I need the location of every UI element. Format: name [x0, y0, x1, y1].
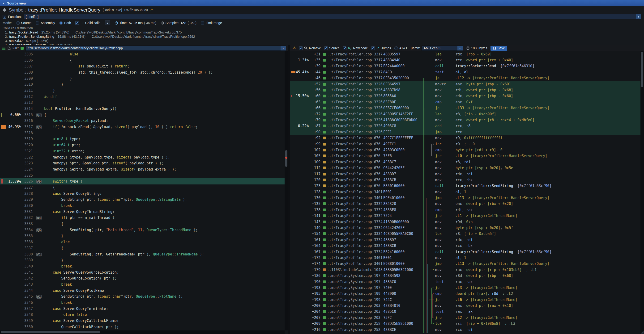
save-button[interactable]: Save — [490, 46, 507, 51]
source-line[interactable]: 3329 SendString( ptr, (const char*)ptr, … — [0, 197, 284, 203]
source-line[interactable]: 3324 memcpy( &extra, &payload.extra, siz… — [0, 166, 284, 172]
limit-range-toggle[interactable]: Limit range — [201, 21, 222, 25]
source-line[interactable]: 3320 uint64_t ptr; — [0, 142, 284, 148]
title-bar[interactable]: ▼ Source view — [0, 0, 644, 6]
asm-row[interactable]: +204..mon\TracySystem.cpp:2034885C0testr… — [290, 309, 640, 315]
source-line[interactable]: 3307 if( shouldExit ) return; — [0, 63, 284, 69]
child-calls-checkbox[interactable] — [75, 21, 79, 25]
chevron-down-icon[interactable]: ▼ — [458, 46, 463, 50]
source-line[interactable]: 3346 break; — [0, 300, 284, 306]
source-line[interactable]: 3348 return false; — [0, 312, 284, 318]
asm-row[interactable]: +149..t\TracyProfiler.cpp:3334C64424205F… — [290, 225, 640, 231]
source-line[interactable]: 46.93%3317@5 if( !m_sock->Read( &payload… — [0, 124, 284, 130]
att-radio[interactable] — [394, 46, 398, 50]
child-call-row[interactable]: 2.tracy::Profiler::SendLongString19.88 m… — [2, 34, 642, 39]
source-line[interactable]: 3335 } — [0, 233, 284, 239]
asm-row[interactable]: 0.22%+87..t\TracyProfiler.cpp:33264903C8… — [290, 123, 640, 129]
source-line[interactable]: 3336 else — [0, 239, 284, 245]
asm-row[interactable]: +128..t\TracyProfiler.cpp:3401B001moval,… — [290, 189, 640, 195]
asm-row[interactable]: +154..t\TracyProfiler.cpp:33344C8D055FBA… — [290, 231, 640, 237]
child-call-row[interactable]: 4.KeSynchronizeExecution125 µs (0.27%) — [2, 43, 642, 45]
source-line[interactable]: 3305 else — [0, 51, 284, 57]
source-line[interactable]: 3337 { — [0, 245, 284, 251]
asm-row[interactable]: +190..mon\TracySystem.cpp:1974885C0testr… — [290, 279, 640, 285]
asm-scroll-thumb[interactable] — [641, 52, 643, 87]
source-line[interactable]: 3328 case ServerQueryString: — [0, 190, 284, 197]
asm-row[interactable]: +167..t\TracyProfiler.cpp:3334E824160000… — [290, 249, 640, 255]
asm-row[interactable]: +63..t\TracyProfiler.cpp:332683F80Fcmpea… — [290, 99, 640, 105]
asm-row[interactable]: +174..t\TracyProfiler.cpp:3401E9B8010000… — [290, 261, 640, 267]
source-checkbox[interactable] — [324, 46, 328, 50]
mode-option-assembly[interactable]: Assembly — [36, 21, 55, 25]
asm-row[interactable]: +198..mon\TracySystem.cpp:199744Cje.L6 -… — [290, 297, 640, 303]
asm-row[interactable]: +56..t\TracyProfiler.cpp:3326488B7D98mov… — [290, 87, 640, 93]
asm-row[interactable]: +99..t\TracyProfiler.hpp:67649FFC1incr9 … — [290, 141, 640, 147]
asm-row[interactable]: +172..t\TracyProfiler.cpp:3401B001moval,… — [290, 255, 640, 261]
file-list-icon[interactable] — [2, 46, 6, 50]
asm-row[interactable]: +109..t\TracyProfiler.hpp:6764C8BC7movr8… — [290, 159, 640, 165]
asm-vscrollbar[interactable] — [640, 51, 644, 334]
asm-row[interactable]: +179..1103\include\atomic:1048488B05B63C… — [290, 267, 640, 273]
asm-row[interactable]: +92..t\TracyProfiler.hpp:67649C7C1FFFFFF… — [290, 135, 640, 141]
asm-row[interactable]: 45.41%+44..t\TracyProfiler.cpp:331784C0t… — [290, 69, 640, 75]
asm-row[interactable]: +90..t\TracyProfiler.cpp:3326FFE1jmprcx — [290, 129, 640, 135]
asm-row[interactable]: +186..mon\TracySystem.cpp:197448B4598mov… — [290, 273, 640, 279]
pane-divider[interactable] — [288, 45, 290, 334]
asm-row[interactable]: +117..t\TracyProfiler.hpp:676488BD7movrd… — [290, 171, 640, 177]
function-combobox[interactable]: [ - self - ] ▼ — [24, 14, 642, 19]
asm-row[interactable]: +195..mon\TracySystem.cpp:199443900cmpdw… — [290, 291, 640, 297]
source-line[interactable]: 3341 case ServerQuerySourceLocation: — [0, 269, 284, 276]
go-to-parent-button[interactable]: ▲ — [104, 20, 110, 25]
source-line[interactable]: 3327 { — [0, 184, 284, 190]
asm-row[interactable]: +102..t\TracyProfiler.hpp:67642803C0F00c… — [290, 147, 640, 153]
source-line[interactable]: 3310 } — [0, 81, 284, 88]
source-hscrollbar[interactable] — [0, 331, 284, 334]
source-line[interactable]: 3338@1 SendString( ptr, GetThreadName( p… — [0, 251, 284, 257]
source-line[interactable]: 3318 — [0, 130, 284, 136]
source-line[interactable]: 3309 } — [0, 75, 284, 82]
asm-row[interactable]: 15.50%+60..t\TracyProfiler.cpp:33268B55A… — [290, 93, 640, 99]
source-line[interactable]: 3349 case ServerQueryCallstackFrame: — [0, 318, 284, 324]
source-line[interactable]: 3334@6 SendString( ptr, "Main thread", 1… — [0, 227, 284, 233]
relative-toggle[interactable]: Relative — [299, 46, 321, 50]
asm-row[interactable]: +66..t\TracyProfiler.cpp:33260F87CE06000… — [290, 105, 640, 111]
source-line[interactable]: 3330 break; — [0, 203, 284, 209]
source-line[interactable]: 3340 break; — [0, 263, 284, 269]
asm-row[interactable]: +161..t\TracyProfiler.cpp:3334488BD7movr… — [290, 237, 640, 243]
source-line[interactable]: 3339 } — [0, 257, 284, 263]
asm-row[interactable]: +39..t\TracyProfiler.cpp:3317E824AA0000c… — [290, 63, 640, 69]
child-call-row[interactable]: 1.tracy::Socket::Read25.25 ms (54.89%)C:… — [2, 30, 642, 34]
source-line[interactable]: 15.79%3326@9 switch( type ) — [0, 178, 284, 184]
asm-row[interactable]: +120..t\TracyProfiler.hpp:676488BCBmovrc… — [290, 177, 640, 183]
asm-row[interactable]: 1.31%+35..t\TracyProfiler.cpp:3317488B49… — [290, 57, 640, 63]
child-call-row[interactable]: 3.stat64i32625 µs (1.36%) — [2, 39, 642, 43]
source-line[interactable]: 3312#endif — [0, 94, 284, 100]
raw-code-checkbox[interactable] — [343, 46, 346, 50]
source-vscrollbar[interactable] — [284, 51, 288, 331]
asm-row[interactable]: +72..t\TracyProfiler.cpp:33264C8D05F146F… — [290, 111, 640, 117]
source-line[interactable]: 3350 QueueCallstackFrame( ptr ); — [0, 324, 284, 330]
asm-row[interactable]: +52..t\TracyProfiler.cpp:33260FB64597mov… — [290, 81, 640, 87]
child-calls-toggle[interactable]: Child calls — [75, 21, 100, 25]
source-toggle[interactable]: Source — [324, 46, 340, 50]
resize-grip[interactable] — [641, 331, 644, 334]
asm-row[interactable]: +79..t\TracyProfiler.cpp:3326418B8C80E0B… — [290, 117, 640, 123]
asm-row[interactable]: +135..t\TracyProfiler.cpp:33328B4320move… — [290, 201, 640, 207]
chevron-down-icon[interactable]: ▼ — [636, 14, 641, 19]
asm-row[interactable]: +130..t\TracyProfiler.cpp:3401E9E4010000… — [290, 195, 640, 201]
relative-checkbox[interactable] — [299, 46, 303, 50]
mode-option-both[interactable]: Both — [59, 21, 71, 25]
source-line[interactable]: 3331 case ServerQueryThreadString: — [0, 209, 284, 215]
source-line[interactable]: 3325 — [0, 172, 284, 178]
source-line[interactable]: 3308 std::this_thread::sleep_for( std::c… — [0, 69, 284, 75]
asm-row[interactable]: +216..mon\TracySystem.cpp:258488BCEmovrc… — [290, 327, 640, 333]
asm-row[interactable]: +164..t\TracyProfiler.cpp:3334488BCBmovr… — [290, 243, 640, 249]
source-line[interactable]: 3333 { — [0, 221, 284, 227]
chevron-down-icon[interactable]: ▼ — [280, 46, 286, 50]
asm-row[interactable]: +31..t\TracyProfiler.cpp:3317488D5597lea… — [290, 51, 640, 57]
file-combobox[interactable]: C:\Users\wolf\Desktop\darkrl\contrib\tra… — [26, 45, 286, 51]
source-line[interactable]: 3342 SendSourceLocation( ptr ); — [0, 275, 284, 281]
att-toggle[interactable]: AT&T — [394, 46, 408, 50]
asm-row[interactable]: +193..mon\TracySystem.cpp:197740Eje.L3 -… — [290, 285, 640, 291]
asm-row[interactable]: +112..t\TracyProfiler.hpp:676C64424205Em… — [290, 165, 640, 171]
